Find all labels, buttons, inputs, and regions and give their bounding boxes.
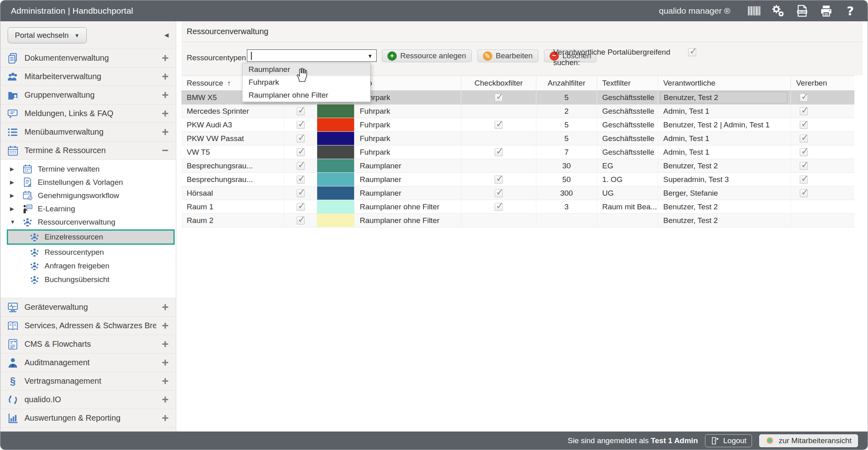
chevron-collapsed-icon[interactable]: ▶	[10, 166, 17, 172]
create-resource-button[interactable]: + Ressource anlegen	[382, 49, 472, 62]
checkboxfilter-checkbox[interactable]	[495, 121, 503, 129]
dropdown-option-fuhrpark[interactable]: Fuhrpark	[242, 76, 370, 89]
active-checkbox[interactable]	[297, 107, 305, 115]
checkboxfilter-checkbox[interactable]	[495, 94, 503, 102]
sidebar-item-termine-ressourcen[interactable]: Termine & Ressourcen−	[0, 141, 176, 160]
vererben-checkbox[interactable]	[800, 107, 808, 115]
sidebar-item-mitarbeiterverwaltung[interactable]: Mitarbeiterverwaltung+	[0, 67, 176, 86]
active-checkbox[interactable]	[297, 148, 305, 156]
table-row[interactable]: Besprechungsrau...Raumplaner30EGBenutzer…	[181, 159, 854, 173]
sidebar-item-menübaumverwaltung[interactable]: Menübaumverwaltung+	[0, 123, 176, 141]
sidebar-item-auswertungen-reporting[interactable]: Auswertungen & Reporting+	[0, 409, 176, 427]
sidebar-subitem-genehmigungsworkflow[interactable]: ▶Genehmigungsworkflow	[0, 189, 176, 202]
sidebar-item-gruppenverwaltung[interactable]: Gruppenverwaltung+	[0, 86, 176, 104]
table-row[interactable]: HörsaalRaumplaner300UGBerger, Stefanie	[181, 186, 854, 200]
chevron-collapsed-icon[interactable]: ▶	[10, 179, 17, 185]
column-header-verantwortliche[interactable]: Verantwortliche	[658, 76, 791, 90]
sidebar-collapse-icon[interactable]: ◀	[164, 32, 169, 38]
sidebar-subitem-einstellungen-vorlagen[interactable]: ▶Einstellungen & Vorlagen	[0, 176, 176, 189]
active-checkbox[interactable]	[297, 203, 305, 211]
table-row[interactable]: Mercedes SprinterFuhrpark2Geschäftsstell…	[181, 104, 854, 118]
sidebar-subitem-ressourcenverwaltung[interactable]: ▼Ressourcenverwaltung	[0, 215, 176, 229]
chevron-expanded-icon[interactable]: ▼	[10, 219, 17, 225]
barcode-icon[interactable]	[747, 4, 761, 18]
chevron-collapsed-icon[interactable]: ▶	[10, 206, 17, 212]
table-row[interactable]: VW T5Fuhrpark7GeschäftsstelleAdmin, Test…	[181, 145, 854, 159]
chevron-down-icon[interactable]: ▼	[367, 53, 373, 59]
resources-icon	[29, 232, 40, 242]
vererben-checkbox[interactable]	[800, 176, 808, 184]
active-checkbox[interactable]	[297, 217, 305, 225]
expand-section-icon[interactable]: +	[162, 52, 169, 64]
expand-section-icon[interactable]: +	[162, 71, 169, 82]
vererben-checkbox[interactable]	[800, 94, 808, 102]
vererben-checkbox[interactable]	[800, 189, 808, 197]
column-header-checkboxfilter[interactable]: Checkboxfilter	[461, 76, 536, 90]
sidebar-item-services-adressen-schwarzes-brett[interactable]: Services, Adressen & Schwarzes Brett+	[0, 316, 176, 335]
active-checkbox[interactable]	[297, 189, 305, 197]
sidebar-item-cms-flowcharts[interactable]: CMS & Flowcharts+	[0, 335, 176, 353]
textfilter-cell	[597, 214, 658, 227]
table-row[interactable]: PKW VW PassatFuhrpark5GeschäftsstelleAdm…	[181, 132, 854, 145]
sidebar-item-geräteverwaltung[interactable]: Geräteverwaltung+	[0, 298, 176, 316]
cross-portal-search-checkbox[interactable]	[688, 48, 696, 56]
help-icon[interactable]: ?	[844, 4, 857, 18]
checkboxfilter-cell	[461, 186, 536, 200]
expand-section-icon[interactable]: +	[162, 375, 169, 387]
sidebar-item-qualido-io[interactable]: qualido.IO+	[0, 390, 176, 409]
checkboxfilter-checkbox[interactable]	[495, 203, 503, 211]
xlsx-icon[interactable]: XLSX	[795, 4, 809, 18]
active-checkbox[interactable]	[297, 162, 305, 170]
expand-section-icon[interactable]: +	[162, 412, 169, 424]
expand-section-icon[interactable]: +	[162, 301, 169, 313]
table-row[interactable]: Besprechungsrau...Raumplaner501. OGSuper…	[181, 173, 854, 186]
active-checkbox[interactable]	[297, 135, 305, 143]
gears-icon[interactable]	[771, 4, 785, 18]
edit-button[interactable]: ✎ Bearbeiten	[477, 49, 538, 62]
dropdown-option-raumplaner-ohne-filter[interactable]: Raumplaner ohne Filter	[242, 89, 370, 102]
column-header-vererben[interactable]: Vererben	[791, 76, 854, 90]
sidebar-subitem-anfragen-freigeben[interactable]: Anfragen freigeben	[0, 259, 176, 273]
collapse-section-icon[interactable]: −	[162, 145, 169, 156]
table-row[interactable]: Raum 1Raumplaner ohne Filter3Raum mit Be…	[181, 200, 854, 214]
vererben-checkbox[interactable]	[800, 121, 808, 129]
checkboxfilter-checkbox[interactable]	[495, 189, 503, 197]
portal-switch-button[interactable]: Portal wechseln ▼	[8, 27, 87, 43]
dropdown-option-raumplaner[interactable]: Raumplaner	[242, 63, 370, 76]
column-header-textfilter[interactable]: Textfilter	[597, 76, 658, 90]
sidebar-subitem-buchungsübersicht[interactable]: Buchungsübersicht	[0, 273, 176, 286]
checkboxfilter-checkbox[interactable]	[495, 176, 503, 184]
expand-section-icon[interactable]: +	[162, 126, 169, 138]
vererben-checkbox[interactable]	[800, 148, 808, 156]
sidebar-subitem-ressourcentypen[interactable]: Ressourcentypen	[0, 245, 176, 259]
sidebar-subitem-e-learning[interactable]: ▶E-Learning	[0, 202, 176, 215]
table-row[interactable]: PKW Audi A3Fuhrpark5GeschäftsstelleBenut…	[181, 118, 854, 132]
checkboxfilter-checkbox[interactable]	[495, 148, 503, 156]
printer-icon[interactable]	[819, 4, 833, 18]
expand-section-icon[interactable]: +	[162, 89, 169, 101]
employee-view-button[interactable]: zur Mitarbeiteransicht	[759, 434, 858, 447]
type-cell: Fuhrpark	[354, 145, 461, 159]
sidebar-item-vertragsmanagement[interactable]: §Vertragsmanagement+	[0, 372, 176, 390]
expand-section-icon[interactable]: +	[162, 357, 169, 368]
expand-section-icon[interactable]: +	[162, 394, 169, 405]
logout-button[interactable]: Logout	[705, 434, 752, 447]
active-checkbox[interactable]	[297, 121, 305, 129]
sidebar-item-auditmanagement[interactable]: Auditmanagement+	[0, 353, 176, 372]
expand-section-icon[interactable]: +	[162, 320, 169, 331]
vererben-checkbox[interactable]	[800, 135, 808, 143]
resource-type-combobox[interactable]: ▼	[247, 49, 377, 62]
sidebar-item-subportalverwaltung-einstellungen[interactable]: Subportalverwaltung & Einstellungen+	[0, 427, 176, 432]
sidebar-subitem-einzelressourcen[interactable]: Einzelressourcen	[7, 229, 175, 245]
expand-section-icon[interactable]: +	[162, 338, 169, 350]
sidebar-item-dokumentenverwaltung[interactable]: Dokumentenverwaltung+	[0, 49, 176, 67]
chevron-collapsed-icon[interactable]: ▶	[10, 192, 17, 198]
verantwortliche-value: Admin, Test 1	[663, 134, 709, 143]
sidebar-item-meldungen-links-faq[interactable]: Meldungen, Links & FAQ+	[0, 104, 176, 123]
expand-section-icon[interactable]: +	[162, 108, 169, 119]
column-header-anzahlfilter[interactable]: Anzahlfilter	[536, 76, 597, 90]
sidebar-subitem-termine-verwalten[interactable]: ▶Termine verwalten	[0, 162, 176, 176]
vererben-checkbox[interactable]	[800, 162, 808, 170]
table-row[interactable]: Raum 2Raumplaner ohne FilterBenutzer, Te…	[181, 214, 854, 227]
active-checkbox[interactable]	[297, 176, 305, 184]
